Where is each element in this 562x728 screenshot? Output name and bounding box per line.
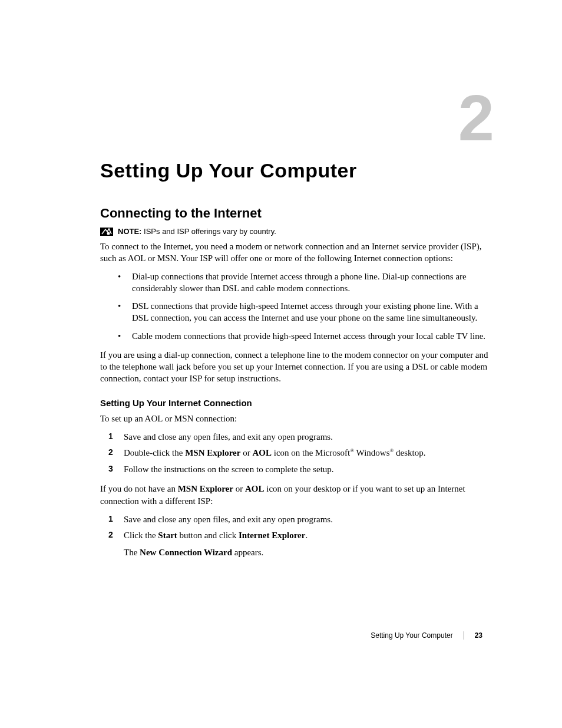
intro-paragraph: To connect to the Internet, you need a m… xyxy=(100,241,491,265)
note-label: NOTE: xyxy=(118,227,141,236)
page-footer: Setting Up Your Computer 23 xyxy=(371,631,482,640)
list-item: DSL connections that provide high-speed … xyxy=(118,300,491,324)
list-item: 1Save and close any open files, and exit… xyxy=(108,513,491,526)
list-item: Dial-up connections that provide Interne… xyxy=(118,271,491,295)
chapter-number: 2 xyxy=(458,85,494,150)
chapter-title: Setting Up Your Computer xyxy=(100,159,491,182)
step-number: 1 xyxy=(108,430,113,443)
step-text: Save and close any open files, and exit … xyxy=(124,515,333,524)
step-text: Click the Start button and click Interne… xyxy=(124,531,308,540)
connection-options-list: Dial-up connections that provide Interne… xyxy=(118,271,491,342)
list-item: 2Double-click the MSN Explorer or AOL ic… xyxy=(108,446,491,460)
subsection-intro-2: If you do not have an MSN Explorer or AO… xyxy=(100,483,491,507)
note-icon xyxy=(100,228,113,236)
list-item: Cable modem connections that provide hig… xyxy=(118,330,491,342)
subsection-title: Setting Up Your Internet Connection xyxy=(100,398,491,408)
step-text: Double-click the MSN Explorer or AOL ico… xyxy=(124,448,426,457)
steps-list-2: 1Save and close any open files, and exit… xyxy=(108,513,491,559)
list-item: 1Save and close any open files, and exit… xyxy=(108,430,491,444)
note-body: ISPs and ISP offerings vary by country. xyxy=(141,227,276,236)
step-sub-text: The New Connection Wizard appears. xyxy=(124,546,491,559)
note-text: NOTE: ISPs and ISP offerings vary by cou… xyxy=(118,227,276,236)
steps-list-1: 1Save and close any open files, and exit… xyxy=(108,430,491,476)
list-item: 3Follow the instructions on the screen t… xyxy=(108,463,491,476)
list-item: 2Click the Start button and click Intern… xyxy=(108,529,491,559)
section-title: Connecting to the Internet xyxy=(100,206,491,221)
step-number: 2 xyxy=(108,446,113,459)
footer-title: Setting Up Your Computer xyxy=(371,631,452,640)
step-number: 2 xyxy=(108,529,113,541)
body-paragraph: If you are using a dial-up connection, c… xyxy=(100,349,491,385)
subsection-intro-1: To set up an AOL or MSN connection: xyxy=(100,413,491,424)
footer-page-number: 23 xyxy=(475,631,482,640)
step-text: Follow the instructions on the screen to… xyxy=(124,465,334,474)
step-number: 3 xyxy=(108,463,113,475)
step-text: Save and close any open files, and exit … xyxy=(124,432,333,442)
svg-point-1 xyxy=(107,232,110,235)
note-block: NOTE: ISPs and ISP offerings vary by cou… xyxy=(100,227,491,236)
step-number: 1 xyxy=(108,513,113,525)
footer-divider xyxy=(464,631,464,640)
